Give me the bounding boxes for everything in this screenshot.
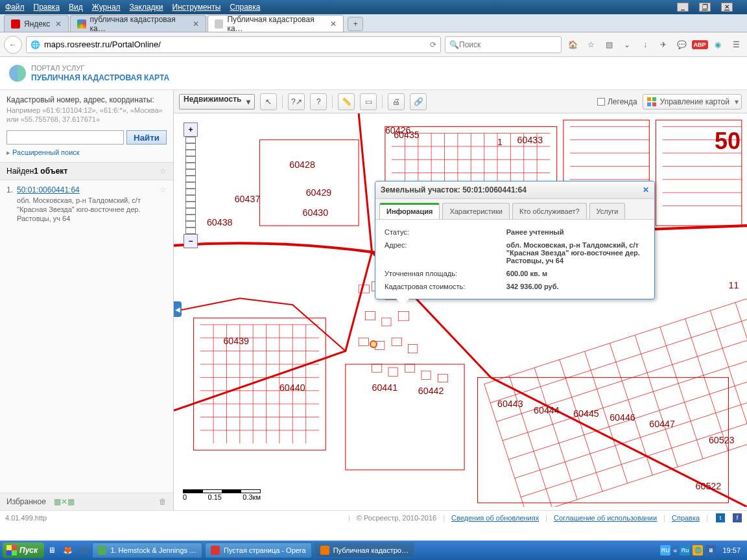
downloads-icon[interactable]: ↓	[638, 38, 652, 52]
menu-history[interactable]: Журнал	[92, 3, 121, 12]
restore-button[interactable]: ❐	[699, 3, 711, 12]
minimize-button[interactable]: _	[677, 3, 689, 12]
home-icon[interactable]: 🏠	[565, 38, 580, 52]
clock[interactable]: 19:57	[722, 546, 741, 554]
menu-help[interactable]: Справка	[230, 3, 260, 12]
send-icon[interactable]: ✈	[656, 38, 670, 52]
measure-length-icon[interactable]: 📏	[338, 93, 355, 110]
search-hint: Например «61:6:10104:12», «61:6:*», «Мос…	[6, 106, 167, 124]
new-tab-button[interactable]: +	[348, 17, 363, 31]
tab-cadastre-map[interactable]: Публичная кадастровая ка… ✕	[208, 15, 344, 32]
back-button[interactable]: ←	[4, 36, 22, 54]
taskbar-item[interactable]: Пустая страница - Opera	[205, 542, 312, 558]
trash-icon[interactable]: 🗑	[159, 497, 167, 506]
start-button[interactable]: Пуск	[3, 542, 44, 558]
extension-icon[interactable]: ◉	[711, 38, 725, 52]
print-icon[interactable]: 🖨	[388, 93, 405, 110]
copyright: © Росреестр, 2010-2016	[357, 514, 436, 522]
rosreestr-logo-icon	[9, 65, 26, 82]
zoom-in-button[interactable]: +	[184, 122, 198, 137]
info-tool-icon[interactable]: ?↗	[288, 93, 305, 110]
facebook-icon[interactable]: f	[733, 513, 742, 522]
tray-icon[interactable]: 🌐	[693, 545, 703, 555]
star-icon[interactable]: ☆	[160, 167, 167, 176]
favorites-label: Избранное	[6, 497, 46, 506]
svg-text:60523: 60523	[709, 435, 735, 445]
tray-icon[interactable]: 🖥	[706, 545, 716, 555]
result-number: 1.	[6, 185, 13, 223]
bookmark-star-icon[interactable]: ☆	[584, 38, 598, 52]
close-tab-icon[interactable]: ✕	[330, 19, 337, 29]
browser-navbar: ← 🌐 ⟳ 🔍 🏠 ☆ ▤ ⌄ ↓ ✈ 💬 ABP ◉ ☰	[0, 32, 747, 57]
close-tab-icon[interactable]: ✕	[193, 19, 199, 29]
svg-text:60445: 60445	[573, 408, 599, 419]
taskbar-item-active[interactable]: Публичная кадастро…	[314, 542, 414, 558]
url-input[interactable]	[44, 40, 430, 49]
tab-yandex[interactable]: Яндекс ✕	[4, 15, 69, 32]
svg-text:60444: 60444	[534, 405, 560, 415]
abp-icon[interactable]: ABP	[693, 38, 707, 52]
search-input[interactable]	[459, 40, 557, 49]
close-icon[interactable]: ✕	[643, 185, 649, 194]
result-cadastre-link[interactable]: 50:01:0060441:64	[17, 185, 80, 194]
tab-label: публичная кадастровая ка…	[90, 15, 188, 33]
help-link[interactable]: Справка	[672, 514, 700, 522]
menu-bookmarks[interactable]: Закладки	[130, 3, 163, 12]
extended-search-link[interactable]: Расширенный поиск	[0, 148, 173, 162]
tab-characteristics[interactable]: Характеристики	[442, 203, 510, 219]
tray-expand-icon[interactable]: «	[673, 546, 677, 554]
twitter-icon[interactable]: t	[716, 513, 725, 522]
tab-info[interactable]: Информация	[379, 203, 440, 219]
lang-indicator-icon[interactable]: RU	[660, 545, 670, 555]
map-view[interactable]: 60426 60428 60430 60429 60433 60435 6043…	[174, 113, 747, 510]
star-icon[interactable]: ☆	[160, 185, 167, 223]
search-result-item[interactable]: 1. 50:01:0060441:64 обл. Московская, р-н…	[0, 180, 173, 228]
zoom-out-button[interactable]: −	[184, 234, 198, 248]
zoom-slider[interactable]: + −	[183, 122, 198, 248]
svg-text:60439: 60439	[223, 336, 249, 346]
cadastre-search-input[interactable]	[6, 130, 124, 145]
link-icon[interactable]: 🔗	[410, 93, 427, 110]
tray-icon[interactable]: Ru	[680, 545, 690, 555]
layer-dropdown[interactable]: Недвижимость	[179, 94, 255, 110]
tab-who-serves[interactable]: Кто обслуживает?	[512, 203, 587, 219]
reload-icon[interactable]: ⟳	[430, 40, 436, 49]
library-icon[interactable]: ▤	[602, 38, 616, 52]
measure-area-icon[interactable]: ▭	[360, 93, 377, 110]
svg-rect-17	[409, 344, 418, 353]
portal-footer: 4.01.499.http | © Росреестр, 2010-2016 |…	[0, 510, 747, 524]
find-button[interactable]: Найти	[126, 130, 167, 145]
menu-tools[interactable]: Инструменты	[172, 3, 221, 12]
close-window-button[interactable]: ✕	[721, 3, 733, 12]
pocket-icon[interactable]: ⌄	[620, 38, 634, 52]
globe-icon: 🌐	[30, 40, 40, 49]
quicklaunch-icon[interactable]: 🎵	[77, 544, 89, 557]
help-tool-icon[interactable]: ?	[310, 93, 327, 110]
chat-icon[interactable]: 💬	[674, 38, 689, 52]
menu-icon[interactable]: ☰	[729, 38, 743, 52]
map-manage-button[interactable]: Управление картой	[643, 94, 742, 110]
sidebar-collapse-handle[interactable]: ◀	[174, 301, 182, 317]
legend-checkbox[interactable]: Легенда	[597, 97, 637, 106]
pointer-tool-icon[interactable]: ↖	[260, 93, 277, 110]
tab-google-cadastre[interactable]: публичная кадастровая ка… ✕	[70, 15, 206, 32]
svg-text:60429: 60429	[306, 187, 332, 198]
quicklaunch-icon[interactable]: 🖥	[45, 544, 58, 557]
zoom-track[interactable]	[185, 137, 196, 234]
terms-link[interactable]: Соглашение об использовании	[554, 514, 657, 522]
updates-link[interactable]: Сведения об обновлениях	[451, 514, 539, 522]
tab-services[interactable]: Услуги	[589, 203, 626, 219]
menu-edit[interactable]: Правка	[34, 3, 60, 12]
system-tray: RU « Ru 🌐 🖥 19:57	[660, 545, 744, 555]
quicklaunch-icon[interactable]: 🦊	[61, 544, 74, 557]
close-tab-icon[interactable]: ✕	[55, 19, 62, 29]
url-bar[interactable]: 🌐 ⟳	[26, 36, 441, 53]
svg-rect-22	[438, 374, 447, 382]
export-excel-icon[interactable]: ▦✕▦	[54, 497, 75, 506]
taskbar-item[interactable]: 1. Hemstock & Jennings …	[92, 542, 202, 558]
svg-text:60446: 60446	[610, 412, 635, 423]
menu-file[interactable]: Файл	[5, 3, 25, 12]
menu-view[interactable]: Вид	[69, 3, 83, 12]
results-count: 1 объект	[34, 167, 67, 176]
browser-search[interactable]: 🔍	[445, 36, 562, 53]
